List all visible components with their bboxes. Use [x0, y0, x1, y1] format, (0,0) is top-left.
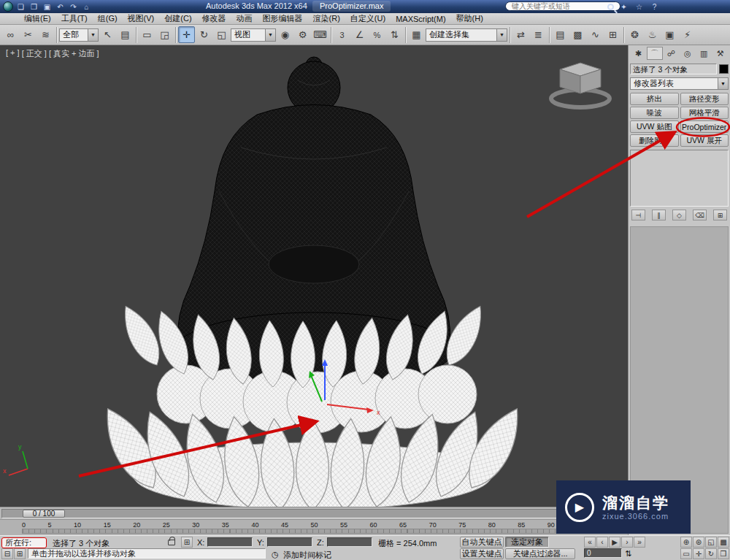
- tab-utilities-icon[interactable]: ⚒: [712, 47, 729, 60]
- make-unique-icon[interactable]: ◇: [672, 210, 686, 220]
- chevron-down-icon[interactable]: ▼: [496, 29, 507, 41]
- keyboard-shortcut-override-icon[interactable]: ⌨: [312, 26, 328, 43]
- window-crossing-icon[interactable]: ◲: [156, 26, 173, 43]
- select-and-manipulate-icon[interactable]: ⚙: [294, 26, 311, 43]
- search-icon[interactable]: [607, 4, 614, 10]
- undo-icon[interactable]: ↶: [55, 1, 66, 12]
- set-key-button[interactable]: 设置关键点: [460, 548, 504, 559]
- modifier-button-noise[interactable]: 噪波: [630, 107, 679, 119]
- chevron-down-icon[interactable]: ▼: [718, 78, 728, 89]
- track-bar[interactable]: 0510152025303540455055606570758085909510…: [0, 519, 628, 535]
- schematic-view-icon[interactable]: ⊞: [604, 26, 621, 43]
- menu-item[interactable]: 编辑(E): [19, 13, 56, 24]
- tab-motion-icon[interactable]: ◎: [680, 47, 696, 60]
- remove-modifier-icon[interactable]: ⌫: [693, 210, 707, 220]
- edit-named-selection-sets-icon[interactable]: ▦: [408, 26, 425, 43]
- mirror-icon[interactable]: ⇄: [512, 26, 529, 43]
- use-pivot-point-icon[interactable]: ◉: [277, 26, 293, 43]
- modifier-button-delete-mesh[interactable]: 删除网格: [630, 134, 679, 147]
- layer-manager-icon[interactable]: ▤: [552, 26, 569, 43]
- absolute-offset-mode-icon[interactable]: ⊞: [181, 537, 193, 548]
- chevron-down-icon[interactable]: ▼: [265, 29, 275, 41]
- help-icon[interactable]: ?: [649, 1, 660, 12]
- mini-listener-macro-icon[interactable]: ⊟: [1, 548, 13, 559]
- go-to-start-icon[interactable]: «: [584, 537, 596, 548]
- transform-x-field[interactable]: [207, 537, 253, 547]
- unlink-selection-icon[interactable]: ✂: [20, 26, 36, 43]
- help-search-input[interactable]: 键入关键字或短语: [505, 1, 620, 11]
- redo-icon[interactable]: ↷: [68, 1, 79, 12]
- transform-z-field[interactable]: [327, 537, 372, 547]
- mini-listener-script-icon[interactable]: ⊞: [14, 548, 26, 559]
- menu-item[interactable]: 图形编辑器: [258, 13, 308, 24]
- select-and-scale-icon[interactable]: ◱: [213, 26, 230, 43]
- go-to-end-icon[interactable]: »: [634, 537, 645, 548]
- menu-item[interactable]: 动画: [231, 13, 258, 24]
- menu-item[interactable]: 帮助(H): [451, 13, 488, 24]
- zoom-region-icon[interactable]: ▭: [680, 548, 692, 559]
- snap-toggle-3d-icon[interactable]: 3: [334, 26, 350, 43]
- menu-item[interactable]: 修改器: [197, 13, 231, 24]
- named-selection-sets-dropdown[interactable]: 创建选择集 ▼: [426, 28, 507, 42]
- add-time-tag-button[interactable]: 添加时间标记: [283, 550, 331, 560]
- select-object-icon[interactable]: ↖: [99, 26, 116, 43]
- save-file-icon[interactable]: ▣: [42, 1, 53, 12]
- project-folder-icon[interactable]: ⌂: [81, 1, 92, 12]
- viewport-menu-general[interactable]: [ + ]: [6, 48, 20, 59]
- graphite-ribbon-icon[interactable]: ▩: [569, 26, 586, 43]
- modifier-list-dropdown[interactable]: 修改器列表 ▼: [630, 77, 729, 90]
- menu-item[interactable]: 组(G): [93, 13, 123, 24]
- tab-display-icon[interactable]: ▥: [696, 47, 712, 60]
- modifier-button-uvw-unwrap[interactable]: UVW 展开: [680, 134, 729, 147]
- current-frame-field[interactable]: 0: [584, 548, 622, 558]
- play-animation-icon[interactable]: ▶: [609, 537, 620, 548]
- menu-item[interactable]: 工具(T): [56, 13, 93, 24]
- new-file-icon[interactable]: ❏: [15, 1, 26, 12]
- menu-item[interactable]: 渲染(R): [308, 13, 345, 24]
- curve-editor-icon[interactable]: ∿: [587, 26, 604, 43]
- track-bar-groove[interactable]: [22, 529, 618, 534]
- percent-snap-icon[interactable]: %: [369, 26, 385, 43]
- rendered-frame-window-icon[interactable]: ▣: [661, 26, 678, 43]
- viewport[interactable]: [ + ] [ 正交 ] [ 真实 + 边面 ]: [0, 45, 628, 507]
- menu-item[interactable]: 自定义(U): [345, 13, 391, 24]
- viewport-menu-shading[interactable]: [ 真实 + 边面 ]: [49, 48, 99, 59]
- object-name-field[interactable]: 选择了 3 个对象: [630, 64, 717, 74]
- reference-coordinate-dropdown[interactable]: 视图 ▼: [231, 28, 276, 42]
- zoom-icon[interactable]: ⊕: [680, 537, 692, 548]
- tab-hierarchy-icon[interactable]: ☍: [663, 47, 680, 60]
- render-setup-icon[interactable]: ♨: [644, 26, 661, 43]
- select-and-link-icon[interactable]: ∞: [2, 26, 19, 43]
- object-color-swatch[interactable]: [719, 64, 729, 74]
- selection-filter-dropdown[interactable]: 全部 ▼: [59, 28, 99, 42]
- modifier-button-prooptimizer[interactable]: ProOptimizer: [680, 120, 729, 133]
- viewport-menu-pov[interactable]: [ 正交 ]: [22, 48, 47, 59]
- zoom-extents-all-icon[interactable]: ▩: [718, 537, 729, 548]
- spinner-snap-icon[interactable]: ⇅: [386, 26, 403, 43]
- tab-modify-icon[interactable]: ⌒: [647, 47, 664, 60]
- orbit-icon[interactable]: ↻: [705, 548, 717, 559]
- key-filters-button[interactable]: 关键点过滤器...: [505, 548, 575, 559]
- select-and-move-icon[interactable]: ✛: [178, 26, 195, 43]
- transform-y-field[interactable]: [267, 537, 312, 547]
- modifier-button-uvw-map[interactable]: UVW 贴图: [630, 120, 679, 133]
- next-frame-icon[interactable]: ›: [621, 537, 633, 548]
- favorites-star-icon[interactable]: ☆: [634, 1, 645, 12]
- infocenter-key-icon[interactable]: ✦: [618, 1, 629, 12]
- previous-frame-icon[interactable]: ‹: [596, 537, 608, 548]
- auto-key-button[interactable]: 自动关键点: [460, 537, 504, 548]
- rectangular-selection-region-icon[interactable]: ▭: [139, 26, 155, 43]
- open-file-icon[interactable]: ❐: [28, 1, 39, 12]
- modifier-button-extrude[interactable]: 挤出: [630, 93, 679, 105]
- pan-view-icon[interactable]: ✛: [693, 548, 704, 559]
- frame-spinner-icon[interactable]: ⇅: [625, 549, 631, 559]
- align-icon[interactable]: ≣: [530, 26, 547, 43]
- maximize-viewport-icon[interactable]: ❒: [718, 548, 729, 559]
- app-logo-icon[interactable]: [3, 1, 13, 12]
- bind-to-space-warp-icon[interactable]: ≋: [37, 26, 54, 43]
- selected-filter-button[interactable]: 选定对象: [505, 537, 549, 548]
- select-by-name-icon[interactable]: ▤: [117, 26, 134, 43]
- configure-modifier-sets-icon[interactable]: ⊞: [713, 210, 727, 220]
- maxscript-line-label[interactable]: 所在行:: [1, 537, 47, 548]
- pin-stack-icon[interactable]: ⊣: [631, 210, 645, 220]
